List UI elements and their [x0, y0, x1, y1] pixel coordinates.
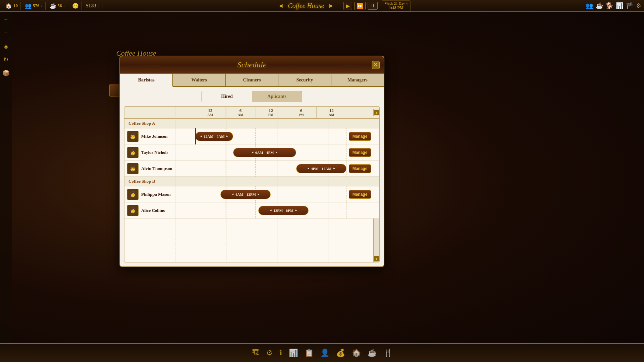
bottom-food-icon[interactable]: 🍴	[383, 349, 392, 357]
shift-block-alvin[interactable]: 4PM - 12AM	[296, 164, 346, 173]
modal-header: Schedule ✕	[120, 56, 384, 74]
left-sidebar: + − ◈ ↻ 📦	[0, 12, 12, 343]
shift-block-mike[interactable]: 12AM - 6AM	[195, 132, 233, 141]
play-controls: ▶ ⏩ ⏸	[343, 2, 378, 10]
sidebar-refresh-btn[interactable]: ↻	[1, 55, 11, 64]
house-icon: 🏠	[5, 3, 12, 9]
time-indicator	[195, 128, 196, 144]
bottom-money-icon[interactable]: 💰	[336, 349, 345, 357]
bottom-list-icon[interactable]: 📋	[305, 349, 314, 357]
sidebar-box-btn[interactable]: 📦	[1, 68, 11, 78]
toggle-tabs: Hired Aplicants	[202, 91, 302, 102]
people-manage-icon[interactable]: 👥	[586, 2, 593, 9]
tab-baristas[interactable]: Baristas	[120, 74, 173, 87]
house-count: 🏠 10	[3, 2, 21, 10]
shift-block-alice[interactable]: 12PM - 8PM	[258, 206, 309, 215]
sidebar-cube-btn[interactable]: ◈	[1, 42, 11, 51]
toggle-applicants[interactable]: Aplicants	[252, 91, 302, 102]
bottom-build-icon[interactable]: 🏗	[252, 349, 259, 357]
modal-close-button[interactable]: ✕	[372, 61, 380, 69]
tab-security[interactable]: Security	[278, 74, 331, 86]
top-bar-right: 👥 ☕ 🐕 📊 🏴 ⚙	[586, 2, 641, 9]
toggle-hired[interactable]: Hired	[202, 91, 252, 102]
schedule-modal: Schedule ✕ Baristas Waiters Cleaners Sec…	[119, 56, 384, 267]
money-display: $133 ↑	[83, 2, 103, 9]
bottom-home-icon[interactable]: 🏠	[352, 349, 361, 357]
bottom-bar: 🏗 ⚙ ℹ 📊 📋 👤 💰 🏠 ☕ 🍴	[0, 343, 644, 362]
fast-forward-button[interactable]: ⏩	[354, 2, 366, 10]
schedule-area: 12 AM 6 AM 12 PM 6 PM	[124, 106, 380, 262]
tab-waiters[interactable]: Waiters	[173, 74, 225, 86]
chart-icon[interactable]: 📊	[616, 2, 623, 9]
shift-block-taylor[interactable]: 6AM - 4PM	[233, 148, 296, 157]
bottom-chart-icon[interactable]: 📊	[289, 349, 298, 357]
time-display: Week 21 Day 4 1:48 PM	[382, 0, 411, 11]
bottom-gear-icon[interactable]: ⚙	[266, 349, 273, 357]
settings-icon[interactable]: ⚙	[636, 2, 641, 9]
coffee-manage-icon[interactable]: ☕	[596, 2, 603, 9]
main-content: Coffee House CAFÉ Employees Schedule Res…	[12, 12, 644, 343]
top-bar: 🏠 10 👥 576 ↓ ☕ 56 ↓ 😊 $133 ↑ ◄ Coffee Ho…	[0, 0, 644, 12]
play-button[interactable]: ▶	[343, 2, 352, 10]
coffee-icon: ☕	[50, 3, 56, 9]
bottom-coffee-icon[interactable]: ☕	[368, 349, 377, 357]
people-icon: 👥	[25, 3, 32, 9]
mood-icon: 😊	[72, 3, 79, 9]
sidebar-add-btn[interactable]: +	[1, 15, 11, 24]
empty-schedule-area: ▼	[124, 219, 379, 262]
bottom-person-icon[interactable]: 👤	[320, 349, 329, 357]
pause-button[interactable]: ⏸	[368, 2, 378, 10]
tab-bar: Baristas Waiters Cleaners Security Manag…	[120, 74, 384, 87]
mood-indicator: 😊	[69, 2, 82, 10]
shift-block-philippa[interactable]: 4AM - 12PM	[220, 190, 271, 199]
prev-arrow[interactable]: ◄	[278, 2, 284, 9]
dog-icon[interactable]: 🐕	[606, 2, 613, 9]
game-title: Coffee House	[288, 2, 324, 10]
tab-managers[interactable]: Managers	[331, 74, 384, 86]
flag-icon[interactable]: 🏴	[626, 2, 633, 9]
people-count: 👥 576 ↓	[22, 2, 46, 10]
sidebar-minus-btn[interactable]: −	[1, 28, 11, 38]
next-arrow[interactable]: ►	[328, 2, 334, 9]
bottom-info-icon[interactable]: ℹ	[279, 349, 282, 357]
modal-body: Hired Aplicants 12 AM 6 AM	[120, 87, 384, 266]
modal-title: Schedule	[237, 60, 267, 69]
top-bar-center: ◄ Coffee House ► ▶ ⏩ ⏸ Week 21 Day 4 1:4…	[104, 0, 585, 11]
coffee-count: ☕ 56 ↓	[47, 2, 68, 10]
tab-cleaners[interactable]: Cleaners	[226, 74, 278, 86]
